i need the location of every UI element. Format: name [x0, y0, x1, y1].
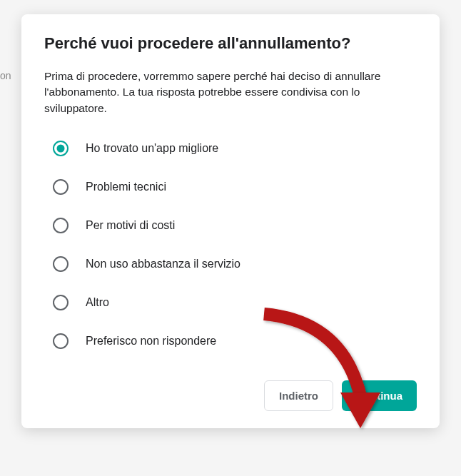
radio-icon [53, 218, 69, 233]
modal-description: Prima di procedere, vorremmo sapere perc… [44, 69, 417, 116]
option-label: Preferisco non rispondere [86, 335, 216, 348]
cancel-reason-modal: Perché vuoi procedere all'annullamento? … [21, 14, 440, 428]
option-label: Non uso abbastanza il servizio [86, 258, 240, 270]
reason-option-better-app[interactable]: Ho trovato un'app migliore [53, 131, 417, 166]
back-button[interactable]: Indietro [264, 380, 333, 411]
modal-actions: Indietro Continua [44, 380, 417, 411]
reason-option-other[interactable]: Altro [53, 285, 417, 320]
radio-icon [53, 295, 69, 310]
reason-option-technical[interactable]: Problemi tecnici [53, 169, 417, 205]
radio-icon [53, 141, 69, 156]
reason-option-usage[interactable]: Non uso abbastanza il servizio [53, 246, 417, 282]
radio-icon [53, 256, 69, 272]
reason-option-cost[interactable]: Per motivi di costi [53, 208, 417, 243]
modal-title: Perché vuoi procedere all'annullamento? [44, 34, 417, 53]
radio-icon [53, 333, 69, 349]
option-label: Per motivi di costi [86, 219, 175, 232]
option-label: Problemi tecnici [86, 181, 166, 193]
option-label: Ho trovato un'app migliore [86, 142, 218, 155]
reason-option-no-answer[interactable]: Preferisco non rispondere [53, 323, 417, 359]
continue-button[interactable]: Continua [342, 380, 417, 411]
reason-options: Ho trovato un'app migliore Problemi tecn… [44, 131, 417, 359]
option-label: Altro [86, 296, 109, 309]
radio-icon [53, 179, 69, 195]
background-text-fragment: on [0, 70, 11, 81]
